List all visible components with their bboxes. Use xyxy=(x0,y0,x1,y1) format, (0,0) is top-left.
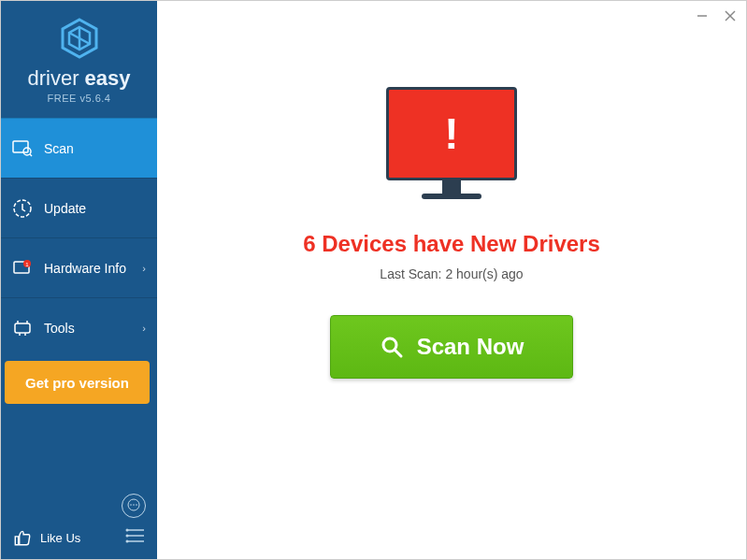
titlebar xyxy=(157,1,746,31)
sidebar-item-label: Update xyxy=(44,201,86,216)
svg-point-23 xyxy=(126,529,129,532)
svg-point-19 xyxy=(136,504,137,506)
search-icon xyxy=(380,335,404,359)
svg-point-17 xyxy=(130,504,132,506)
thumbs-up-icon xyxy=(12,527,33,548)
promo-label: Get pro version xyxy=(25,375,129,391)
menu-icon[interactable] xyxy=(125,528,146,547)
last-scan-text: Last Scan: 2 hour(s) ago xyxy=(380,266,523,281)
minimize-button[interactable] xyxy=(692,6,712,26)
alert-monitor-illustration: ! xyxy=(384,87,520,208)
version-label: FREE v5.6.4 xyxy=(48,93,111,104)
svg-point-24 xyxy=(126,535,129,538)
svg-point-5 xyxy=(23,148,31,155)
scan-now-button[interactable]: Scan Now xyxy=(330,315,573,379)
main-panel: ! 6 Devices have New Drivers Last Scan: … xyxy=(157,1,746,559)
svg-point-25 xyxy=(126,540,129,543)
svg-line-30 xyxy=(395,350,401,356)
sidebar-item-label: Hardware Info xyxy=(44,261,126,276)
scan-icon xyxy=(12,138,33,159)
monitor-base xyxy=(422,194,481,199)
sidebar-item-label: Tools xyxy=(44,321,75,336)
logo-area: driver easy FREE v5.6.4 xyxy=(1,1,157,118)
feedback-icon[interactable] xyxy=(122,494,146,518)
monitor-screen: ! xyxy=(386,87,517,180)
like-us-label: Like Us xyxy=(40,531,80,545)
get-pro-button[interactable]: Get pro version xyxy=(5,361,150,404)
update-icon xyxy=(12,198,33,219)
exclamation-icon: ! xyxy=(444,108,458,159)
brand-name: driver easy xyxy=(27,66,130,91)
sidebar-item-update[interactable]: Update xyxy=(1,178,157,237)
tools-icon xyxy=(12,318,33,338)
sidebar-bottom: Like Us xyxy=(1,486,157,559)
scan-now-label: Scan Now xyxy=(417,334,524,360)
hardware-icon: 1 xyxy=(12,258,33,279)
svg-point-18 xyxy=(133,504,135,506)
sidebar-item-hardware-info[interactable]: 1 Hardware Info › xyxy=(1,237,157,297)
like-us-button[interactable]: Like Us xyxy=(12,527,80,548)
close-button[interactable] xyxy=(720,6,740,26)
content-area: ! 6 Devices have New Drivers Last Scan: … xyxy=(157,31,746,559)
svg-rect-4 xyxy=(13,141,28,152)
monitor-stand xyxy=(442,180,461,194)
sidebar-item-tools[interactable]: Tools › xyxy=(1,297,157,357)
svg-line-6 xyxy=(30,154,32,156)
chevron-right-icon: › xyxy=(142,323,146,334)
headline-text: 6 Devices have New Drivers xyxy=(303,231,600,257)
sidebar-item-label: Scan xyxy=(44,141,74,156)
sidebar-item-scan[interactable]: Scan xyxy=(1,118,157,178)
sidebar: driver easy FREE v5.6.4 Scan Update 1 Ha… xyxy=(1,1,157,559)
svg-rect-11 xyxy=(15,323,30,333)
logo-icon xyxy=(57,16,102,61)
chevron-right-icon: › xyxy=(142,263,146,274)
